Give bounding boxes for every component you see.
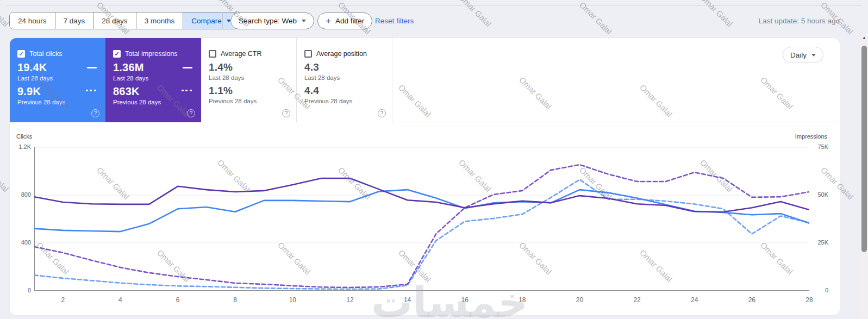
x-axis-tick-label: 22 (628, 296, 646, 304)
left-axis-title: Clicks (16, 133, 32, 140)
last-update-text: Last update: 5 hours ago (759, 17, 840, 25)
date-range-segmented-control: 24 hours7 days28 days3 months Compare (9, 12, 239, 29)
metric-value-current: 19.4K (17, 61, 98, 74)
metric-card-total-clicks[interactable]: ✓ Total clicks 19.4K Last 28 days 9.9K P… (10, 38, 105, 122)
left-axis-tick-label: 1.2K (7, 143, 31, 151)
x-axis-tick-label: 2 (54, 296, 72, 304)
right-axis-tick-label: 50K (812, 191, 828, 198)
granularity-label: Daily (790, 51, 807, 59)
metric-value-current: 1.4% (209, 61, 289, 73)
metric-cards-row: ✓ Total clicks 19.4K Last 28 days 9.9K P… (10, 38, 840, 122)
compare-button[interactable]: Compare (183, 12, 238, 29)
metric-period-previous: Previous 28 days (209, 98, 289, 104)
time-filter-3-months[interactable]: 3 months (136, 12, 183, 29)
metric-period-current: Last 28 days (304, 74, 384, 81)
metric-card-average-ctr[interactable]: Average CTR 1.4% Last 28 days 1.1% Previ… (201, 38, 297, 122)
average-ctr-checkbox[interactable] (209, 50, 216, 58)
metric-period-current: Last 28 days (209, 74, 289, 81)
metric-period-previous: Previous 28 days (17, 99, 98, 105)
time-filter-7-days[interactable]: 7 days (55, 12, 93, 29)
search-type-label: Search type: Web (239, 17, 297, 25)
x-axis-tick-label: 16 (455, 296, 474, 304)
left-axis-tick-label: 0 (7, 287, 31, 294)
metric-value-previous: 863K (113, 85, 193, 98)
search-type-filter-button[interactable]: Search type: Web (230, 12, 314, 29)
help-icon[interactable]: ? (91, 109, 99, 117)
chevron-down-icon (302, 20, 306, 22)
vertical-scrollbar[interactable]: ▲ (860, 33, 868, 319)
metric-period-previous: Previous 28 days (113, 99, 193, 105)
left-axis-tick-label: 400 (7, 239, 31, 246)
solid-line-legend-icon (183, 67, 192, 68)
search-console-performance-page: 24 hours7 days28 days3 months Compare Se… (0, 0, 868, 319)
x-axis-tick-label: 24 (685, 296, 704, 304)
metric-card-title: Total impressions (125, 50, 178, 58)
metric-card-title: Total clicks (29, 50, 62, 58)
right-axis-tick-label: 0 (812, 287, 828, 294)
metric-value-current: 1.36M (113, 61, 193, 74)
scrollbar-up-arrow-icon[interactable]: ▲ (860, 35, 868, 40)
plus-icon: + (326, 16, 331, 26)
x-axis-tick-label: 14 (398, 296, 417, 304)
metric-period-previous: Previous 28 days (304, 98, 384, 104)
chevron-down-icon (811, 54, 816, 57)
total-clicks-checkbox[interactable]: ✓ (17, 50, 25, 58)
metric-card-title: Average CTR (221, 50, 262, 58)
performance-line-chart[interactable] (34, 145, 809, 291)
right-axis-tick-label: 75K (812, 143, 828, 151)
metric-card-title: Average position (316, 50, 367, 58)
x-axis-tick-label: 26 (742, 296, 761, 304)
metric-value-previous: 1.1% (209, 85, 289, 97)
compare-label: Compare (191, 17, 222, 25)
metric-value-current: 4.3 (304, 61, 384, 73)
x-axis-tick-label: 18 (513, 296, 532, 304)
diagonal-watermark: Omar Galal (0, 158, 10, 193)
x-axis-tick-label: 6 (168, 296, 187, 304)
x-axis-tick-label: 8 (226, 296, 245, 304)
x-axis-tick-label: 10 (283, 296, 302, 304)
time-filter-28-days[interactable]: 28 days (93, 12, 135, 29)
metric-period-current: Last 28 days (113, 75, 193, 82)
help-icon[interactable]: ? (378, 109, 386, 117)
total-impressions-checkbox[interactable]: ✓ (113, 50, 121, 58)
dashed-line-legend-icon (86, 90, 97, 91)
dashed-line-legend-icon (182, 90, 192, 91)
left-axis-tick-label: 800 (7, 191, 31, 198)
x-axis-tick-label: 28 (800, 296, 819, 304)
metric-card-total-impressions[interactable]: ✓ Total impressions 1.36M Last 28 days 8… (105, 38, 201, 122)
chart-line-impressions-previous-28-days- (34, 165, 809, 287)
metric-card-average-position[interactable]: Average position 4.3 Last 28 days 4.4 Pr… (297, 38, 392, 122)
granularity-dropdown[interactable]: Daily (783, 47, 823, 63)
toolbar-divider (222, 12, 223, 29)
help-icon[interactable]: ? (187, 109, 195, 117)
help-icon[interactable]: ? (282, 109, 290, 117)
metric-value-previous: 4.4 (304, 85, 384, 97)
x-axis-tick-label: 12 (341, 296, 359, 304)
right-axis-title: Impressions (778, 133, 827, 140)
solid-line-legend-icon (87, 67, 97, 68)
time-filter-24-hours[interactable]: 24 hours (10, 12, 55, 29)
x-axis-tick-label: 20 (570, 296, 589, 304)
filter-toolbar: 24 hours7 days28 days3 months Compare Se… (0, 0, 868, 35)
right-axis-tick-label: 25K (812, 239, 828, 246)
metric-value-previous: 9.9K (17, 85, 98, 98)
add-filter-label: Add filter (335, 17, 364, 25)
x-axis-tick-label: 4 (111, 296, 129, 304)
reset-filters-link[interactable]: Reset filters (375, 17, 414, 25)
add-filter-button[interactable]: + Add filter (317, 12, 372, 29)
scrollbar-thumb[interactable] (861, 46, 867, 252)
metric-period-current: Last 28 days (17, 75, 98, 82)
average-position-checkbox[interactable] (304, 50, 312, 58)
